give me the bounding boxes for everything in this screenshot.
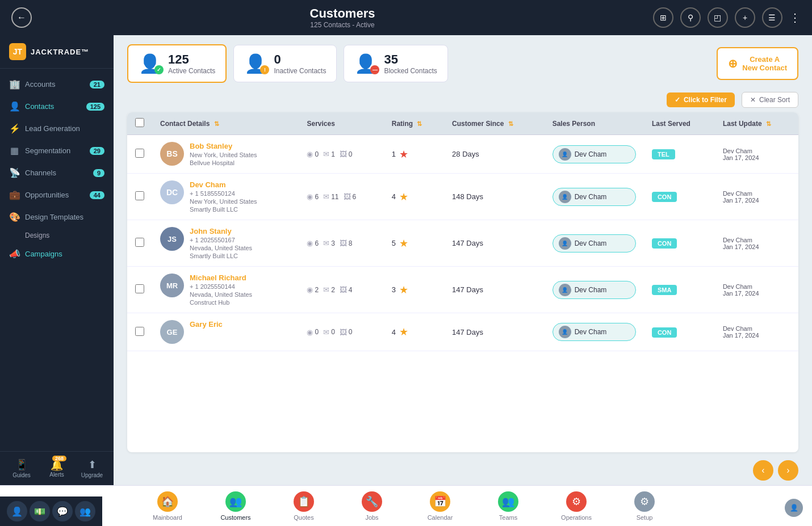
sidebar-logo: JT JACKTRADE™ <box>0 35 114 69</box>
upgrade-icon: ⬆ <box>88 458 97 471</box>
since-sort-icon[interactable]: ⇅ <box>508 120 513 127</box>
inactive-contacts-card[interactable]: 👤 ! 0 Inactive Contacts <box>233 45 337 82</box>
page-title: Customers <box>310 6 375 21</box>
col-served-label: Last Served <box>652 120 690 128</box>
row-checkbox[interactable] <box>135 149 144 158</box>
bottom-nav-setup[interactable]: ⚙ Setup <box>610 487 679 525</box>
bottom-person-icon[interactable]: 👤 <box>7 501 27 521</box>
svc-count-1: 6 <box>315 239 319 247</box>
services-cell: ◉ 0 ✉ 0 🖼 0 <box>299 313 383 351</box>
contact-name[interactable]: John Stanly <box>190 227 252 235</box>
mainboard-label: Mainboard <box>153 514 182 521</box>
row-checkbox-cell[interactable] <box>127 267 152 313</box>
filter-icon-button[interactable]: ◰ <box>708 7 728 28</box>
inactive-count: 0 <box>274 52 326 67</box>
contact-location: Nevada, United States <box>190 291 252 298</box>
row-checkbox-cell[interactable] <box>127 313 152 351</box>
contact-sort-icon[interactable]: ⇅ <box>214 120 219 127</box>
list-icon-button[interactable]: ☰ <box>762 7 782 28</box>
sidebar-item-opportunities[interactable]: 💼 Opportunities 44 <box>0 184 114 206</box>
bottom-chat-icon[interactable]: 💬 <box>52 501 73 521</box>
sidebar-item-lead-generation[interactable]: ⚡ Lead Generation <box>0 117 114 140</box>
row-checkbox[interactable] <box>135 284 144 293</box>
rating-cell: 1 ★ <box>384 135 444 174</box>
back-button[interactable]: ← <box>11 7 32 28</box>
sidebar-item-contacts[interactable]: 👤 Contacts 125 <box>0 95 114 117</box>
guides-button[interactable]: 📱 Guides <box>7 458 36 478</box>
contact-name[interactable]: Gary Eric <box>190 320 223 329</box>
contact-avatar: MR <box>160 273 184 297</box>
bottom-nav-operations[interactable]: ⚙ Operations <box>542 487 610 525</box>
inactive-status-dot: ! <box>260 65 269 74</box>
row-checkbox-cell[interactable] <box>127 174 152 220</box>
sidebar-item-channels[interactable]: 📡 Channels 9 <box>0 162 114 184</box>
next-page-button[interactable]: › <box>778 460 798 481</box>
sidebar-item-accounts[interactable]: 🏢 Accounts 21 <box>0 73 114 95</box>
row-checkbox[interactable] <box>135 327 144 336</box>
sidebar-item-design-templates[interactable]: 🎨 Design Templates <box>0 206 114 228</box>
last-served-tag: CON <box>652 238 677 249</box>
alerts-button[interactable]: 🔔 268 Alerts <box>42 459 72 478</box>
top-header: ← Customers 125 Contacts - Active ⊞ ⚲ ◰ … <box>0 0 812 35</box>
grid-icon-button[interactable]: ⊞ <box>653 7 673 28</box>
sidebar-item-campaigns[interactable]: 📣 Campaigns <box>0 243 114 265</box>
bottom-dollar-icon[interactable]: 💵 <box>30 501 50 521</box>
blocked-contacts-card[interactable]: 👤 — 35 Blocked Contacts <box>344 45 447 82</box>
contact-name[interactable]: Michael Richard <box>190 273 252 282</box>
guides-icon: 📱 <box>15 458 28 471</box>
rating-sort-icon[interactable]: ⇅ <box>417 120 422 127</box>
table-row[interactable]: BS Bob Stanley New York, United States B… <box>127 135 798 174</box>
row-checkbox[interactable] <box>135 238 144 247</box>
svc-count-3: 8 <box>349 239 353 247</box>
customer-since-value: 28 Days <box>452 150 479 158</box>
blocked-label: Blocked Contacts <box>384 67 437 75</box>
contact-company: Construct Hub <box>190 299 252 306</box>
update-sort-icon[interactable]: ⇅ <box>766 120 771 127</box>
bottom-nav-customers[interactable]: 👥 Customers <box>202 487 270 525</box>
row-checkbox-cell[interactable] <box>127 135 152 174</box>
select-all-checkbox[interactable] <box>135 118 144 127</box>
teams-label: Teams <box>499 514 517 521</box>
active-status-dot: ✓ <box>154 65 164 74</box>
seg-label: Segmentation <box>25 146 70 155</box>
table-row[interactable]: MR Michael Richard + 1 2025550144 Nevada… <box>127 267 798 313</box>
design-label: Design Templates <box>25 213 83 221</box>
bottom-nav-teams[interactable]: 👥 Teams <box>474 487 542 525</box>
active-label: Active Contacts <box>168 67 215 75</box>
clear-sort-button[interactable]: ✕ Clear Sort <box>742 92 798 108</box>
bottom-nav-quotes[interactable]: 📋 Quotes <box>270 487 338 525</box>
setup-icon: ⚙ <box>634 491 655 512</box>
accounts-icon: 🏢 <box>9 79 19 90</box>
active-contacts-card[interactable]: 👤 ✓ 125 Active Contacts <box>127 44 227 83</box>
last-served-cell: SMA <box>644 267 715 313</box>
col-update-label: Last Update <box>723 120 762 128</box>
sidebar-item-segmentation[interactable]: ▦ Segmentation 29 <box>0 140 114 162</box>
campaigns-icon: 📣 <box>9 249 19 259</box>
table-row[interactable]: DC Dev Cham + 1 5185550124 New York, Uni… <box>127 174 798 220</box>
col-sales-label: Sales Person <box>553 120 595 128</box>
bottom-nav-calendar[interactable]: 📅 Calendar <box>406 487 474 525</box>
bottom-nav-jobs[interactable]: 🔧 Jobs <box>338 487 406 525</box>
table-row[interactable]: GE Gary Eric ◉ 0 <box>127 313 798 351</box>
bottom-group-icon[interactable]: 👥 <box>75 501 95 521</box>
update-date: Jan 17, 2024 <box>723 154 790 161</box>
prev-page-button[interactable]: ‹ <box>753 460 773 481</box>
contact-name[interactable]: Bob Stanley <box>190 142 257 150</box>
row-checkbox[interactable] <box>135 191 144 200</box>
add-icon-button[interactable]: + <box>735 7 755 28</box>
upgrade-button[interactable]: ⬆ Upgrade <box>77 458 107 478</box>
click-to-filter-button[interactable]: ✓ Click to Filter <box>667 92 735 107</box>
create-label: Create ANew Contact <box>742 55 787 72</box>
sidebar-item-designs[interactable]: Designs <box>0 228 114 243</box>
row-checkbox-cell[interactable] <box>127 220 152 267</box>
bottom-nav-mainboard[interactable]: 🏠 Mainboard <box>133 487 202 525</box>
more-options-button[interactable]: ⋮ <box>789 11 801 24</box>
table-row[interactable]: JS John Stanly + 1 2025550167 Nevada, Un… <box>127 220 798 267</box>
user-avatar[interactable]: 👤 <box>785 499 803 517</box>
sales-chip: 👤 Dev Cham <box>553 323 636 341</box>
select-all-header[interactable] <box>127 112 152 135</box>
create-new-contact-button[interactable]: ⊕ Create ANew Contact <box>717 47 798 80</box>
last-update-cell: Dev Cham Jan 17, 2024 <box>715 135 798 174</box>
search-icon-button[interactable]: ⚲ <box>680 7 701 28</box>
contact-name[interactable]: Dev Cham <box>190 180 257 189</box>
